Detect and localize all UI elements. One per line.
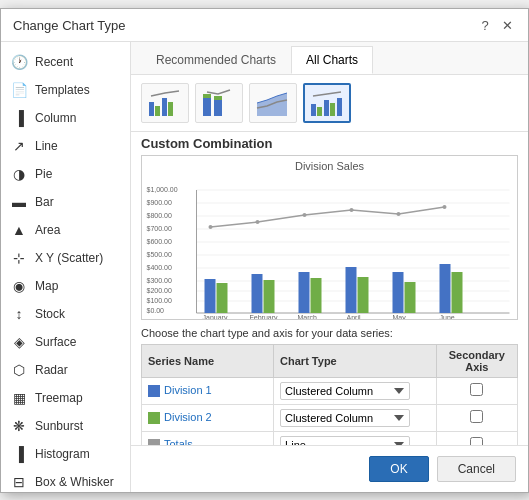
series-chart-type-cell-0: Clustered ColumnLineStacked ColumnArea [274,377,437,404]
sidebar-item-bar[interactable]: ▬Bar [1,188,130,216]
close-button[interactable]: ✕ [498,17,516,35]
bar-icon: ▬ [9,192,29,212]
svg-point-52 [350,208,354,212]
sidebar-item-stock[interactable]: ↕Stock [1,300,130,328]
right-area: Recommended Charts All Charts [131,42,528,492]
change-chart-type-dialog: Change Chart Type ? ✕ 🕐Recent📄Templates▐… [0,8,529,493]
series-color-0 [148,385,160,397]
line-icon: ↗ [9,136,29,156]
sidebar-item-label-radar: Radar [35,363,68,377]
series-secondary-axis-cell-1 [436,404,517,431]
sidebar-item-recent[interactable]: 🕐Recent [1,48,130,76]
dialog-footer: OK Cancel [131,445,528,492]
column-icon: ▐ [9,108,29,128]
ok-button[interactable]: OK [369,456,428,482]
svg-rect-40 [264,280,275,313]
tab-recommended[interactable]: Recommended Charts [141,46,291,74]
sidebar-item-label-templates: Templates [35,83,90,97]
svg-rect-13 [337,98,342,116]
svg-rect-46 [405,282,416,313]
sidebar-item-templates[interactable]: 📄Templates [1,76,130,104]
dialog-body: 🕐Recent📄Templates▐Column↗Line◑Pie▬Bar▲Ar… [1,42,528,492]
svg-rect-43 [346,267,357,313]
sunburst-icon: ❋ [9,416,29,436]
surface-icon: ◈ [9,332,29,352]
sidebar-item-label-boxwhisker: Box & Whisker [35,475,114,489]
series-secondary-axis-checkbox-1[interactable] [470,410,483,423]
series-chart-type-cell-1: Clustered ColumnLineStacked ColumnArea [274,404,437,431]
table-row: Division 1Clustered ColumnLineStacked Co… [142,377,518,404]
svg-rect-44 [358,277,369,313]
sidebar-item-label-sunburst: Sunburst [35,419,83,433]
series-label: Choose the chart type and axis for your … [141,327,393,339]
table-row: Division 2Clustered ColumnLineStacked Co… [142,404,518,431]
svg-rect-48 [452,272,463,313]
cancel-button[interactable]: Cancel [437,456,516,482]
series-chart-type-select-2[interactable]: Clustered ColumnLineStacked ColumnArea [280,436,410,445]
sidebar-item-map[interactable]: ◉Map [1,272,130,300]
chart-icon-btn-combo2[interactable] [195,83,243,123]
sidebar-item-label-treemap: Treemap [35,391,83,405]
inner-content: Custom Combination Division Sales $1,000… [131,75,528,445]
sidebar-item-boxwhisker[interactable]: ⊟Box & Whisker [1,468,130,492]
combo-section-title: Custom Combination [141,136,518,151]
svg-rect-6 [214,100,222,116]
sidebar-item-radar[interactable]: ⬡Radar [1,356,130,384]
help-button[interactable]: ? [476,17,494,35]
svg-point-49 [209,225,213,229]
series-secondary-axis-checkbox-0[interactable] [470,383,483,396]
sidebar-item-pie[interactable]: ◑Pie [1,160,130,188]
sidebar-item-label-xy: X Y (Scatter) [35,251,103,265]
svg-rect-41 [299,272,310,313]
series-secondary-axis-cell-0 [436,377,517,404]
series-label-container: Choose the chart type and axis for your … [131,320,528,344]
sidebar-item-surface[interactable]: ◈Surface [1,328,130,356]
sidebar-item-line[interactable]: ↗Line [1,132,130,160]
series-name-link-1[interactable]: Division 2 [164,411,212,423]
series-name-cell-1: Division 2 [142,404,274,431]
svg-rect-39 [252,274,263,313]
sidebar-item-histogram[interactable]: ▐Histogram [1,440,130,468]
series-name-link-0[interactable]: Division 1 [164,384,212,396]
series-secondary-axis-checkbox-2[interactable] [470,437,483,445]
boxwhisker-icon: ⊟ [9,472,29,492]
table-header-row: Series Name Chart Type Secondary Axis [142,344,518,377]
chart-icon-btn-combo4[interactable] [303,83,351,123]
svg-rect-1 [155,106,160,116]
tab-bar: Recommended Charts All Charts [131,42,528,75]
series-chart-type-select-1[interactable]: Clustered ColumnLineStacked ColumnArea [280,409,410,427]
radar-icon: ⬡ [9,360,29,380]
chart-icon-btn-combo3[interactable] [249,83,297,123]
chart-preview: Division Sales $1,000.00 $900.00 $800.00… [141,155,518,320]
svg-text:$400.00: $400.00 [147,264,172,271]
svg-rect-3 [168,102,173,116]
series-chart-type-cell-2: Clustered ColumnLineStacked ColumnArea [274,431,437,445]
svg-point-53 [397,212,401,216]
tab-all[interactable]: All Charts [291,46,373,74]
sidebar-item-area[interactable]: ▲Area [1,216,130,244]
table-row: TotalsClustered ColumnLineStacked Column… [142,431,518,445]
svg-rect-10 [317,107,322,116]
chart-icon-btn-combo1[interactable] [141,83,189,123]
treemap-icon: ▦ [9,388,29,408]
svg-rect-42 [311,278,322,313]
sidebar-item-label-area: Area [35,223,60,237]
series-color-1 [148,412,160,424]
svg-text:June: June [440,314,455,320]
svg-rect-47 [440,264,451,313]
sidebar-item-treemap[interactable]: ▦Treemap [1,384,130,412]
col-chart-type: Chart Type [274,344,437,377]
dialog-title: Change Chart Type [13,18,126,33]
area-icon: ▲ [9,220,29,240]
svg-text:$300.00: $300.00 [147,277,172,284]
sidebar-item-xy[interactable]: ⊹X Y (Scatter) [1,244,130,272]
sidebar: 🕐Recent📄Templates▐Column↗Line◑Pie▬Bar▲Ar… [1,42,131,492]
svg-text:$0.00: $0.00 [147,307,165,314]
sidebar-item-label-surface: Surface [35,335,76,349]
sidebar-item-column[interactable]: ▐Column [1,104,130,132]
title-bar-buttons: ? ✕ [476,17,516,35]
chart-svg: $1,000.00 $900.00 $800.00 $700.00 $600.0… [142,172,517,320]
combo-section: Custom Combination Division Sales $1,000… [131,132,528,320]
sidebar-item-sunburst[interactable]: ❋Sunburst [1,412,130,440]
series-chart-type-select-0[interactable]: Clustered ColumnLineStacked ColumnArea [280,382,410,400]
